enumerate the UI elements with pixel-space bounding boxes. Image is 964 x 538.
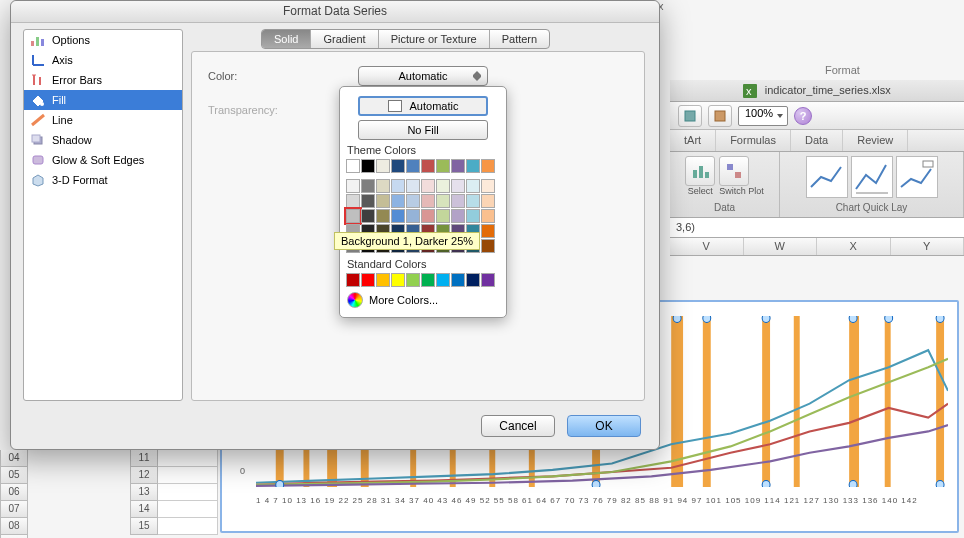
row-07[interactable]: 07	[0, 501, 28, 518]
sidebar-item-glow[interactable]: Glow & Soft Edges	[24, 150, 182, 170]
color-swatch[interactable]	[466, 179, 480, 193]
chart-layout-2[interactable]	[851, 156, 893, 198]
color-swatch[interactable]	[451, 159, 465, 173]
color-swatch[interactable]	[346, 194, 360, 208]
switch-plot-button[interactable]	[719, 156, 749, 186]
sidebar-item-options[interactable]: Options	[24, 30, 182, 50]
color-swatch[interactable]	[391, 194, 405, 208]
color-swatch[interactable]	[421, 273, 435, 287]
select-button[interactable]	[685, 156, 715, 186]
col-y[interactable]: Y	[891, 238, 965, 255]
row-12[interactable]: 12	[130, 467, 158, 484]
color-swatch[interactable]	[361, 209, 375, 223]
color-swatch[interactable]	[406, 159, 420, 173]
cell[interactable]	[158, 467, 218, 484]
more-colors-button[interactable]: More Colors...	[345, 288, 501, 312]
color-swatch[interactable]	[421, 179, 435, 193]
toolbar-btn-1[interactable]	[678, 105, 702, 127]
color-swatch[interactable]	[406, 194, 420, 208]
color-swatch[interactable]	[481, 224, 495, 238]
color-swatch[interactable]	[421, 209, 435, 223]
color-swatch[interactable]	[436, 209, 450, 223]
ribbon-tab-formulas[interactable]: Formulas	[716, 130, 791, 151]
color-swatch[interactable]	[481, 194, 495, 208]
cell[interactable]	[158, 518, 218, 535]
color-swatch[interactable]	[376, 159, 390, 173]
sidebar-item-fill[interactable]: Fill	[24, 90, 182, 110]
ribbon-tab-review[interactable]: Review	[843, 130, 908, 151]
color-swatch[interactable]	[361, 179, 375, 193]
sidebar-item-error-bars[interactable]: Error Bars	[24, 70, 182, 90]
cell[interactable]	[158, 484, 218, 501]
sidebar-item-shadow[interactable]: Shadow	[24, 130, 182, 150]
color-swatch[interactable]	[346, 179, 360, 193]
color-swatch[interactable]	[451, 194, 465, 208]
color-swatch[interactable]	[436, 273, 450, 287]
color-swatch[interactable]	[391, 179, 405, 193]
col-w[interactable]: W	[744, 238, 818, 255]
color-swatch[interactable]	[481, 159, 495, 173]
ribbon-tab-data[interactable]: Data	[791, 130, 843, 151]
help-icon[interactable]: ?	[794, 107, 812, 125]
ok-button[interactable]: OK	[567, 415, 641, 437]
row-08[interactable]: 08	[0, 518, 28, 535]
toolbar-btn-2[interactable]	[708, 105, 732, 127]
chart-layout-1[interactable]	[806, 156, 848, 198]
color-swatch[interactable]	[466, 209, 480, 223]
color-swatch[interactable]	[436, 179, 450, 193]
color-swatch[interactable]	[406, 209, 420, 223]
cell[interactable]	[158, 450, 218, 467]
color-swatch[interactable]	[451, 273, 465, 287]
tab-gradient[interactable]: Gradient	[311, 30, 378, 48]
color-swatch[interactable]	[391, 209, 405, 223]
color-swatch[interactable]	[376, 194, 390, 208]
row-13[interactable]: 13	[130, 484, 158, 501]
sidebar-item-axis[interactable]: Axis	[24, 50, 182, 70]
col-x[interactable]: X	[817, 238, 891, 255]
row-14[interactable]: 14	[130, 501, 158, 518]
row-06[interactable]: 06	[0, 484, 28, 501]
sidebar-item-line[interactable]: Line	[24, 110, 182, 130]
color-swatch[interactable]	[436, 159, 450, 173]
color-swatch[interactable]	[481, 273, 495, 287]
color-swatch[interactable]	[406, 179, 420, 193]
color-swatch[interactable]	[391, 273, 405, 287]
tab-pattern[interactable]: Pattern	[490, 30, 549, 48]
color-swatch[interactable]	[421, 159, 435, 173]
automatic-color-button[interactable]: Automatic	[358, 96, 488, 116]
color-swatch[interactable]	[346, 159, 360, 173]
color-swatch[interactable]	[391, 159, 405, 173]
color-swatch[interactable]	[481, 239, 495, 253]
zoom-selector[interactable]: 100%	[738, 106, 788, 126]
color-swatch[interactable]	[451, 179, 465, 193]
color-swatch[interactable]	[481, 209, 495, 223]
row-04[interactable]: 04	[0, 450, 28, 467]
cancel-button[interactable]: Cancel	[481, 415, 555, 437]
row-05[interactable]: 05	[0, 467, 28, 484]
color-swatch[interactable]	[346, 209, 360, 223]
col-v[interactable]: V	[670, 238, 744, 255]
color-swatch[interactable]	[361, 194, 375, 208]
color-swatch[interactable]	[436, 194, 450, 208]
color-swatch[interactable]	[376, 273, 390, 287]
ribbon-tab-smartart[interactable]: tArt	[670, 130, 716, 151]
row-15[interactable]: 15	[130, 518, 158, 535]
chart-layout-3[interactable]	[896, 156, 938, 198]
cell[interactable]	[158, 501, 218, 518]
color-swatch[interactable]	[466, 159, 480, 173]
tab-picture-texture[interactable]: Picture or Texture	[379, 30, 490, 48]
color-swatch[interactable]	[361, 273, 375, 287]
color-swatch[interactable]	[481, 179, 495, 193]
color-swatch[interactable]	[421, 194, 435, 208]
color-swatch[interactable]	[376, 179, 390, 193]
row-11[interactable]: 11	[130, 450, 158, 467]
color-select[interactable]: Automatic	[358, 66, 488, 86]
color-swatch[interactable]	[406, 273, 420, 287]
sidebar-item-3d-format[interactable]: 3-D Format	[24, 170, 182, 190]
color-swatch[interactable]	[346, 273, 360, 287]
no-fill-button[interactable]: No Fill	[358, 120, 488, 140]
color-swatch[interactable]	[376, 209, 390, 223]
formula-bar[interactable]: 3,6)	[670, 218, 964, 238]
color-swatch[interactable]	[466, 273, 480, 287]
color-swatch[interactable]	[466, 194, 480, 208]
